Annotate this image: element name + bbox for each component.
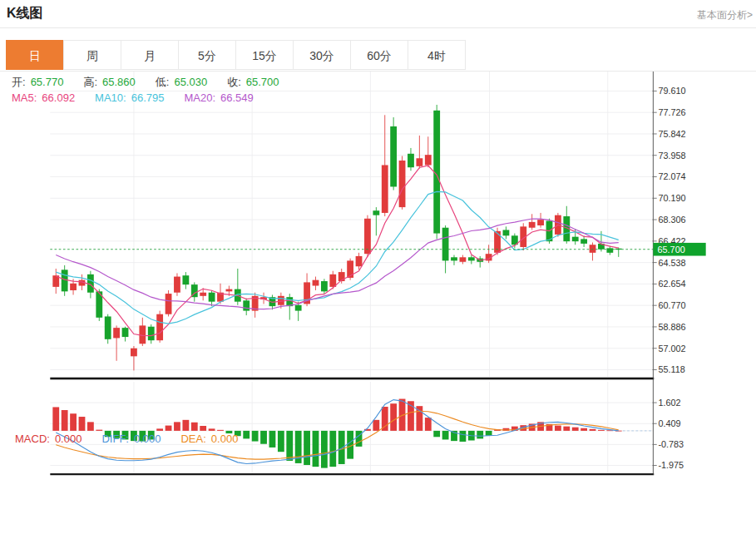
- tab-日[interactable]: 日: [6, 40, 64, 70]
- candle-down: [209, 293, 215, 302]
- legend-value: 65.770: [31, 76, 64, 88]
- candle-up: [329, 274, 336, 287]
- macd-bar-down: [321, 431, 328, 468]
- candle-down: [572, 237, 579, 241]
- legend-label: DEA:: [180, 433, 205, 445]
- price-axis-label: 62.654: [658, 279, 685, 289]
- macd-axis-label: -1.975: [658, 460, 684, 470]
- page-title: K线图: [7, 5, 43, 22]
- legend-label: 开:: [12, 76, 26, 88]
- tab-周[interactable]: 周: [63, 40, 121, 70]
- macd-bar-up: [200, 426, 206, 431]
- interval-tabs: 日周月5分15分30分60分4时: [7, 40, 466, 72]
- ma5-line: [56, 166, 618, 336]
- candle-down: [105, 316, 111, 339]
- tab-月[interactable]: 月: [121, 40, 179, 70]
- candle-down: [606, 248, 613, 252]
- legend-value: 66.795: [131, 91, 165, 104]
- current-price-tag-value: 65.700: [658, 245, 685, 255]
- legend-value: 66.549: [220, 91, 254, 104]
- legend-item: MA5:66.092: [12, 91, 80, 104]
- candle-down: [581, 239, 587, 243]
- candle-down: [321, 281, 328, 291]
- macd-bar-up: [390, 403, 397, 431]
- macd-bar-up: [572, 428, 579, 431]
- candle-up: [364, 219, 371, 254]
- bottom-border: [50, 473, 654, 475]
- legend-label: 收:: [227, 76, 241, 88]
- legend-item: DEA:0.000: [180, 433, 243, 445]
- current-price-tag: 65.700: [653, 243, 705, 256]
- macd-bar-down: [278, 431, 284, 452]
- candle-down: [182, 275, 189, 284]
- legend-item: 低:65.030: [156, 76, 212, 88]
- macd-legend: MACD:0.000DIFF:0.000DEA:0.000: [15, 433, 258, 445]
- candle-down: [468, 257, 475, 260]
- legend-value: 0.000: [211, 433, 239, 445]
- macd-bar-up: [555, 426, 561, 431]
- legend-label: MA5:: [12, 91, 37, 104]
- candle-down: [390, 126, 397, 187]
- legend-item: MA10:66.795: [95, 91, 169, 104]
- candlesticks: [52, 105, 621, 370]
- legend-value: 66.092: [42, 91, 75, 104]
- macd-bar-up: [598, 430, 605, 431]
- price-axis-label: 55.118: [658, 364, 684, 374]
- candle-down: [62, 270, 68, 291]
- candle-up: [313, 280, 319, 286]
- kline-chart-canvas[interactable]: 79.61077.72675.84273.95872.07470.19068.3…: [0, 72, 756, 539]
- candle-up: [416, 158, 422, 166]
- legend-label: MA20:: [184, 91, 215, 104]
- ohlc-legend: 开:65.770高:65.860低:65.030收:65.700: [12, 75, 299, 90]
- macd-bar-up: [563, 427, 570, 431]
- candle-up: [156, 314, 163, 340]
- legend-item: 收:65.700: [227, 76, 284, 88]
- candle-up: [166, 294, 172, 314]
- macd-axis-label: 0.409: [658, 418, 680, 428]
- price-axis-label: 64.538: [658, 258, 685, 268]
- candle-up: [226, 289, 233, 292]
- legend-value: 0.000: [134, 433, 161, 445]
- macd-bar-up: [87, 422, 94, 431]
- macd-bar-up: [52, 407, 59, 430]
- macd-bar-down: [329, 431, 336, 467]
- price-axis-label: 73.958: [658, 151, 685, 161]
- price-axis-label: 68.306: [658, 215, 685, 225]
- candle-down: [295, 305, 302, 311]
- macd-bar-up: [182, 420, 189, 431]
- main-macd-separator: [50, 378, 654, 380]
- legend-item: DIFF:0.000: [101, 433, 166, 445]
- price-axis-label: 75.842: [658, 129, 685, 139]
- tab-15分[interactable]: 15分: [235, 40, 294, 70]
- legend-value: 65.030: [174, 76, 207, 88]
- legend-label: 高:: [83, 76, 97, 88]
- kline-page: K线图 基本面分析> 日周月5分15分30分60分4时 79.61077.726…: [0, 0, 756, 539]
- candle-up: [113, 328, 120, 338]
- macd-bar-up: [217, 430, 224, 431]
- tab-30分[interactable]: 30分: [293, 40, 351, 70]
- candle-up: [382, 165, 388, 212]
- macd-axis-label: 1.602: [658, 398, 680, 408]
- macd-bar-down: [442, 431, 449, 440]
- price-axis-label: 60.770: [658, 300, 685, 310]
- candle-up: [529, 222, 536, 228]
- legend-value: 65.860: [102, 76, 136, 88]
- tab-60分[interactable]: 60分: [350, 40, 408, 70]
- macd-bar-down: [313, 431, 319, 467]
- macd-bar-down: [460, 431, 467, 442]
- candle-up: [399, 161, 406, 207]
- price-axis-label: 77.726: [658, 107, 685, 117]
- tab-4时[interactable]: 4时: [408, 40, 466, 70]
- macd-bar-up: [62, 410, 68, 431]
- macd-bar-down: [269, 431, 276, 448]
- price-axis-label: 57.002: [658, 344, 685, 354]
- macd-bar-down: [477, 431, 483, 438]
- candle-up: [590, 245, 596, 253]
- candle-down: [243, 300, 250, 310]
- fundamental-analysis-link[interactable]: 基本面分析>: [697, 8, 753, 22]
- candle-up: [131, 349, 137, 357]
- macd-bar-up: [209, 428, 215, 431]
- candle-up: [200, 293, 206, 296]
- tab-5分[interactable]: 5分: [178, 40, 236, 70]
- legend-item: 高:65.860: [83, 76, 140, 88]
